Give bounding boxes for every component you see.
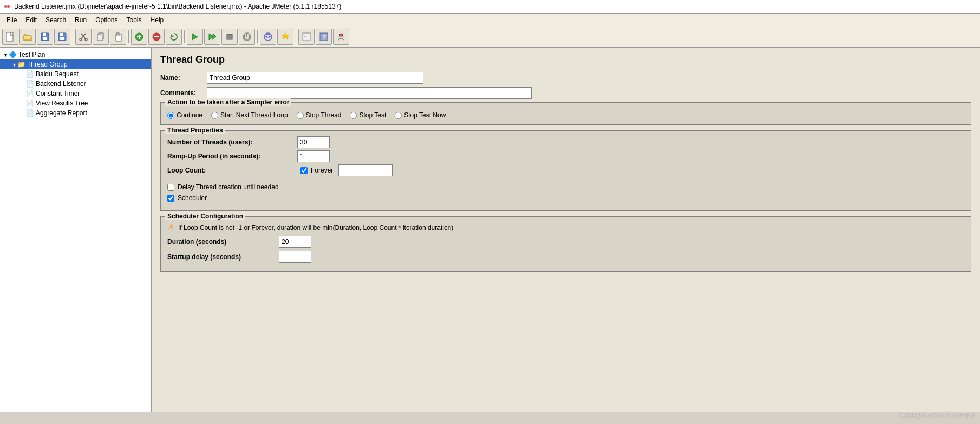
copy-button[interactable] [93,29,109,45]
svg-point-10 [85,38,87,41]
delay-checkbox[interactable] [167,184,174,191]
tree-item-baidu[interactable]: 📄 Baidu Request [0,69,151,79]
svg-rect-14 [116,33,119,35]
tree-label-test-plan: Test Plan [18,51,45,58]
save-button[interactable] [54,29,70,45]
cut-button[interactable] [75,29,92,45]
tree-item-aggregate[interactable]: 📄 Aggregate Report [0,108,151,118]
start-no-pause-button[interactable] [204,29,220,45]
save-all-button[interactable] [37,29,53,45]
radio-continue-input[interactable] [167,112,174,119]
thread-group-icon: 📁 [17,61,25,68]
menu-options[interactable]: Options [91,15,122,25]
help-button[interactable]: ? [316,29,332,45]
menu-search[interactable]: Search [41,15,70,25]
comments-input[interactable] [207,87,532,99]
add-button[interactable] [131,29,147,45]
loop-count-input[interactable] [338,164,393,176]
tree-item-results-tree[interactable]: 📄 View Results Tree [0,98,151,108]
radio-stop-thread-input[interactable] [297,112,304,119]
scheduler-section: Scheduler Configuration ⚠ If Loop Count … [160,216,971,272]
action-section: Action to be taken after a Sampler error… [160,102,971,125]
scheduler-warning-text: If Loop Count is not -1 or Forever, dura… [178,224,453,231]
tree-item-timer[interactable]: 📄 Constant Timer [0,89,151,98]
shutdown-button[interactable] [239,29,255,45]
title-icon: ✏ [4,2,11,11]
action-radio-row: Continue Start Next Thread Loop Stop Thr… [167,108,964,119]
menu-edit[interactable]: Edit [21,15,41,25]
name-label: Name: [160,74,204,82]
tree-label-results-tree: View Results Tree [36,100,88,107]
radio-continue[interactable]: Continue [167,111,202,119]
remove-button[interactable] [148,29,165,45]
remote-button[interactable] [333,29,349,45]
expand-icon-thread: ▾ [11,62,17,68]
delay-thread-row: Delay Thread creation until needed [167,183,964,191]
action-section-title: Action to be taken after a Sampler error [165,98,291,106]
watermark: CSDN@敲代码敲到头发发指 [899,412,976,412]
start-button[interactable] [187,29,203,45]
open-button[interactable] [19,29,36,45]
tree-item-thread-group[interactable]: ▾ 📁 Thread Group [0,59,151,69]
scheduler-label: Scheduler [178,194,207,202]
radio-stop-thread[interactable]: Stop Thread [297,111,342,119]
reset-button[interactable] [166,29,182,45]
sep-1 [167,180,964,180]
tree-item-test-plan[interactable]: ▾ 🔷 Test Plan [0,50,151,59]
clear-button[interactable] [260,29,276,45]
radio-stop-test-label: Stop Test [359,111,386,119]
func-helper-button[interactable]: ≡ [298,29,315,45]
ramp-up-input[interactable] [297,150,330,162]
comments-row: Comments: [160,87,971,99]
menu-tools[interactable]: Tools [122,15,146,25]
svg-rect-6 [60,37,64,40]
menu-run[interactable]: Run [70,15,91,25]
stop-button[interactable] [221,29,238,45]
toolbar-sep-3 [184,30,185,43]
svg-rect-24 [227,34,232,39]
expand-icon: ▾ [2,52,9,58]
radio-stop-test[interactable]: Stop Test [350,111,386,119]
startup-delay-row: Startup delay (seconds) [167,251,964,263]
paste-button[interactable] [110,29,126,45]
toolbar-sep-5 [296,30,296,43]
radio-continue-label: Continue [177,111,202,119]
radio-stop-test-input[interactable] [350,112,357,119]
scheduler-warning-row: ⚠ If Loop Count is not -1 or Forever, du… [167,222,964,233]
radio-stop-test-now[interactable]: Stop Test Now [395,111,446,119]
svg-rect-3 [43,37,47,40]
radio-stop-test-now-input[interactable] [395,112,402,119]
tree-label-baidu: Baidu Request [36,70,79,78]
startup-delay-input[interactable] [279,251,311,263]
radio-stop-test-now-label: Stop Test Now [404,111,446,119]
new-button[interactable] [2,29,18,45]
menu-file[interactable]: File [2,15,21,25]
num-threads-row: Number of Threads (users): [167,136,964,148]
num-threads-input[interactable] [297,136,330,148]
tree-item-backend[interactable]: 📄 Backend Listener [0,79,151,89]
test-plan-icon: 🔷 [9,51,17,58]
radio-start-next-label: Start Next Thread Loop [220,111,288,119]
tree-label-timer: Constant Timer [36,90,80,97]
svg-point-9 [80,38,82,41]
radio-stop-thread-label: Stop Thread [306,111,342,119]
duration-row: Duration (seconds) [167,236,964,248]
svg-text:?: ? [322,34,326,41]
num-threads-label: Number of Threads (users): [167,138,297,146]
radio-start-next[interactable]: Start Next Thread Loop [211,111,288,119]
delay-label: Delay Thread creation until needed [178,183,279,191]
scheduler-checkbox[interactable] [167,195,174,202]
duration-input[interactable] [279,236,311,248]
menu-help[interactable]: Help [146,15,168,25]
content-inner: Thread Group Name: Comments: Action to b… [152,48,980,284]
backend-icon: 📄 [26,80,34,88]
forever-checkbox[interactable] [300,167,308,174]
clear-all-button[interactable] [277,29,293,45]
timer-icon: 📄 [26,90,34,97]
baidu-icon: 📄 [26,70,34,78]
name-row: Name: [160,72,971,84]
tree-panel: ▾ 🔷 Test Plan ▾ 📁 Thread Group 📄 Baidu R… [0,48,152,412]
radio-start-next-input[interactable] [211,112,218,119]
name-input[interactable] [207,72,423,84]
tree-label-backend: Backend Listener [36,80,86,88]
